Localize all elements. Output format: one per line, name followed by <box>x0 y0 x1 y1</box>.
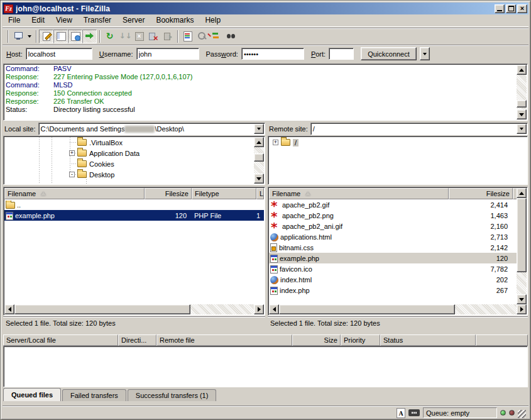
file-row[interactable]: apache_pb2.png 1,463 <box>269 210 517 221</box>
tab-successful-transfers[interactable]: Successful transfers (1) <box>128 389 217 401</box>
menu-file[interactable]: File <box>3 14 26 26</box>
scroll-up-button[interactable] <box>254 137 264 147</box>
site-manager-dropdown-button[interactable] <box>25 30 33 43</box>
file-row[interactable]: bitnami.css 2,142 <box>269 242 517 253</box>
local-list-hscrollbar[interactable] <box>4 304 264 314</box>
toggle-remote-tree-button[interactable] <box>68 30 82 43</box>
menu-server[interactable]: Server <box>117 14 150 26</box>
column-header-size[interactable]: Size <box>292 334 341 346</box>
menu-view[interactable]: View <box>50 14 78 26</box>
column-header-filesize[interactable]: Filesize <box>145 188 192 199</box>
tree-item-application-data[interactable]: +Application Data <box>4 148 254 158</box>
file-row-selected[interactable]: example.php 120 PHP File 1 <box>4 210 264 221</box>
log-scrollbar[interactable] <box>517 65 527 119</box>
toggle-local-tree-button[interactable] <box>53 30 68 43</box>
username-input[interactable] <box>136 48 199 60</box>
file-row[interactable]: index.php 267 <box>269 285 517 296</box>
column-header-lastmodified[interactable]: L <box>256 188 264 199</box>
file-row[interactable]: applications.html 2,713 <box>269 231 517 242</box>
scrollbar-thumb[interactable] <box>14 304 190 314</box>
arrow-right-icon <box>520 307 523 312</box>
directory-comparison-button[interactable] <box>195 30 209 43</box>
menu-edit[interactable]: Edit <box>26 14 50 26</box>
minimize-button[interactable] <box>495 4 505 13</box>
tree-item-desktop[interactable]: -Desktop <box>4 169 254 180</box>
tab-queued-files[interactable]: Queued files <box>3 388 61 401</box>
column-header-server-local-file[interactable]: Server/Local file <box>3 334 118 346</box>
file-row[interactable]: index.html 202 <box>269 274 517 285</box>
local-site-combo[interactable]: C:\Documents and Settings\Desktop\ <box>38 123 265 135</box>
column-header-filesize[interactable]: Filesize <box>449 188 513 199</box>
process-queue-button[interactable]: ↓↓ <box>117 30 131 43</box>
file-row[interactable]: apache_pb2_ani.gif 2,160 <box>269 221 517 231</box>
title-bar[interactable]: Fz john@localhost - FileZilla × <box>3 3 528 14</box>
remote-site-combo[interactable]: / <box>310 123 528 135</box>
file-row-selected[interactable]: example.php 120 <box>269 253 517 263</box>
scroll-down-button[interactable] <box>517 294 527 304</box>
column-header-priority[interactable]: Priority <box>341 334 380 346</box>
scroll-left-button[interactable] <box>4 304 14 314</box>
menu-help[interactable]: Help <box>199 14 226 26</box>
scrollbar-thumb[interactable] <box>517 198 527 272</box>
scroll-left-button[interactable] <box>269 304 279 314</box>
quickconnect-dropdown-button[interactable] <box>420 47 430 60</box>
remote-tree-body[interactable]: + / <box>269 137 527 184</box>
site-manager-button[interactable] <box>11 30 25 43</box>
password-input[interactable] <box>241 48 304 60</box>
toggle-transfer-queue-button[interactable] <box>82 30 97 43</box>
tree-item-virtualbox[interactable]: .VirtualBox <box>4 137 254 148</box>
file-row[interactable]: apache_pb2.gif 2,414 <box>269 199 517 210</box>
maximize-button[interactable] <box>506 4 516 13</box>
port-input[interactable] <box>329 48 354 60</box>
remote-site-dropdown-button[interactable] <box>517 124 527 134</box>
remote-list-hscrollbar[interactable] <box>269 304 527 314</box>
local-directory-tree: .VirtualBox +Application Data Cookies -D… <box>3 136 265 185</box>
directory-listing-filters-button[interactable] <box>180 30 195 43</box>
resize-grip[interactable] <box>518 410 526 418</box>
host-input[interactable] <box>26 48 92 60</box>
scroll-up-button[interactable] <box>517 188 527 198</box>
refresh-button[interactable]: ↻ <box>102 30 117 43</box>
local-tree-scrollbar[interactable] <box>254 137 264 184</box>
menu-transfer[interactable]: Transfer <box>78 14 117 26</box>
column-header-direction[interactable]: Directi... <box>118 334 156 346</box>
column-header-remote-file[interactable]: Remote file <box>156 334 292 346</box>
tree-expander-minus[interactable]: - <box>69 172 75 177</box>
disconnect-button[interactable] <box>146 30 160 43</box>
scroll-up-button[interactable] <box>517 65 527 75</box>
file-row-parent-dir[interactable]: .. <box>4 199 264 210</box>
cancel-operation-button[interactable] <box>131 30 146 43</box>
column-header-filename[interactable]: Filename <box>269 188 449 199</box>
local-tree-body[interactable]: .VirtualBox +Application Data Cookies -D… <box>4 137 254 184</box>
tree-item-root[interactable]: + / <box>269 137 527 148</box>
tree-expander-plus[interactable]: + <box>273 140 278 145</box>
tree-item-cookies[interactable]: Cookies <box>4 158 254 169</box>
quickconnect-button[interactable]: Quickconnect <box>361 47 417 60</box>
scroll-right-button[interactable] <box>254 304 264 314</box>
remote-list-vscrollbar[interactable] <box>517 188 527 304</box>
tree-expander-plus[interactable]: + <box>69 150 75 156</box>
close-button[interactable]: × <box>517 4 527 13</box>
scroll-down-button[interactable] <box>517 109 527 119</box>
reconnect-button[interactable] <box>160 30 175 43</box>
column-header-filetype[interactable]: Filetype <box>192 188 256 199</box>
local-site-dropdown-button[interactable] <box>254 124 264 134</box>
find-files-button[interactable] <box>224 30 238 43</box>
menu-bookmarks[interactable]: Bookmarks <box>150 14 199 26</box>
local-status-text: Selected 1 file. Total size: 120 bytes <box>3 316 265 329</box>
scrollbar-thumb[interactable] <box>254 153 264 162</box>
column-header-filename[interactable]: Filename <box>4 188 145 199</box>
css-file-icon <box>270 243 277 252</box>
tab-failed-transfers[interactable]: Failed transfers <box>62 389 126 401</box>
scroll-down-button[interactable] <box>254 174 264 184</box>
synchronized-browsing-button[interactable] <box>209 30 224 43</box>
scroll-right-button[interactable] <box>517 304 527 314</box>
column-header-status[interactable]: Status <box>380 334 476 346</box>
queue-list[interactable] <box>3 346 528 387</box>
scrollbar-thumb[interactable] <box>517 100 527 108</box>
speed-limits-icon[interactable] <box>408 409 420 416</box>
file-row[interactable]: favicon.ico 7,782 <box>269 263 517 274</box>
firefox-html-icon <box>270 233 278 241</box>
toggle-message-log-button[interactable] <box>39 30 53 43</box>
scrollbar-thumb[interactable] <box>279 304 455 314</box>
